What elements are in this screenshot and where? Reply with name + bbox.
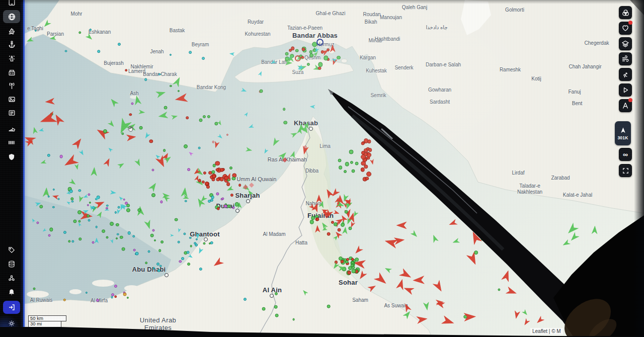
vessel-marker-red-dot[interactable] bbox=[315, 218, 319, 221]
vessel-marker-green-dot[interactable] bbox=[318, 62, 323, 67]
vessel-marker-green-dot[interactable] bbox=[349, 150, 353, 154]
vessel-marker-red-dot[interactable] bbox=[125, 69, 128, 72]
vessel-marker-cyan-dot[interactable] bbox=[63, 231, 66, 234]
vessel-marker-cyan-dot[interactable] bbox=[128, 231, 131, 235]
vessel-marker-magenta-dot[interactable] bbox=[221, 197, 224, 200]
vessel-marker-red-dot[interactable] bbox=[198, 179, 201, 183]
vessel-marker-magenta-dot[interactable] bbox=[114, 285, 117, 288]
vessel-marker-green-dot[interactable] bbox=[350, 161, 353, 164]
vessel-marker-red-dot[interactable] bbox=[186, 116, 189, 119]
vessel-marker-cyan-dot[interactable] bbox=[132, 235, 135, 238]
vessel-marker-magenta-dot[interactable] bbox=[92, 241, 95, 243]
vessel-marker-green-dot[interactable] bbox=[120, 235, 123, 238]
vessel-marker-green-arrow[interactable] bbox=[245, 147, 253, 153]
vessel-marker-red-dot[interactable] bbox=[203, 172, 206, 175]
vessel-marker-magenta-dot[interactable] bbox=[160, 201, 163, 203]
vessel-marker-red-dot[interactable] bbox=[366, 172, 371, 177]
vessel-marker-magenta-dot[interactable] bbox=[96, 299, 99, 302]
vessel-marker-green-arrow[interactable] bbox=[384, 266, 392, 274]
vessel-marker-green-arrow[interactable] bbox=[247, 189, 254, 197]
vessel-marker-red-arrow[interactable] bbox=[403, 302, 412, 312]
vessel-marker-red-dot[interactable] bbox=[302, 47, 305, 51]
vessel-marker-green-dot[interactable] bbox=[481, 237, 485, 240]
vessel-marker-cyan-dot[interactable] bbox=[198, 147, 201, 149]
vessel-marker-green-dot[interactable] bbox=[275, 292, 278, 295]
vessel-marker-red-arrow[interactable] bbox=[448, 219, 458, 228]
vessel-marker-magenta-dot[interactable] bbox=[88, 193, 90, 196]
vessel-marker-green-arrow[interactable] bbox=[423, 302, 431, 311]
vessel-marker-green-dot[interactable] bbox=[310, 220, 314, 224]
vessel-marker-green-dot[interactable] bbox=[163, 149, 166, 152]
vessel-marker-green-arrow[interactable] bbox=[157, 111, 168, 120]
vessel-marker-cyan-dot[interactable] bbox=[194, 242, 197, 245]
vessel-marker-green-dot[interactable] bbox=[139, 126, 143, 130]
vessel-marker-green-arrow[interactable] bbox=[172, 75, 183, 88]
vessel-marker-green-dot[interactable] bbox=[87, 215, 90, 218]
vessel-marker-green-arrow[interactable] bbox=[49, 35, 56, 41]
vessel-marker-red-dot[interactable] bbox=[361, 154, 366, 159]
vessel-marker-green-arrow[interactable] bbox=[318, 200, 326, 208]
vessel-marker-red-dot[interactable] bbox=[215, 161, 220, 166]
vessel-marker-green-dot[interactable] bbox=[175, 218, 178, 221]
vessel-marker-green-dot[interactable] bbox=[355, 162, 358, 165]
vessel-marker-green-arrow[interactable] bbox=[226, 185, 234, 193]
vessel-marker-green-dot[interactable] bbox=[68, 240, 70, 242]
vessel-marker-cyan-dot[interactable] bbox=[156, 263, 159, 266]
vessel-marker-cyan-arrow[interactable] bbox=[309, 105, 315, 109]
vessel-marker-red-dot[interactable] bbox=[219, 177, 224, 182]
vessel-marker-green-arrow[interactable] bbox=[133, 95, 142, 105]
vessel-marker-magenta-dot[interactable] bbox=[59, 155, 63, 158]
vessel-marker-cyan-arrow[interactable] bbox=[263, 148, 269, 154]
vessel-marker-red-arrow[interactable] bbox=[506, 286, 518, 298]
vessel-marker-green-dot[interactable] bbox=[137, 208, 141, 212]
vessel-marker-magenta-dot[interactable] bbox=[188, 168, 191, 171]
vessel-marker-cyan-arrow[interactable] bbox=[107, 146, 113, 152]
vessel-marker-red-arrow[interactable] bbox=[45, 98, 55, 106]
vessel-marker-green-dot[interactable] bbox=[283, 108, 286, 111]
vessel-marker-cyan-arrow[interactable] bbox=[177, 228, 182, 233]
vessel-marker-cyan-dot[interactable] bbox=[189, 51, 192, 54]
vessel-marker-green-dot[interactable] bbox=[178, 90, 180, 92]
vessel-marker-cyan-dot[interactable] bbox=[189, 236, 191, 238]
vessel-marker-cyan-dot[interactable] bbox=[52, 189, 54, 191]
vessel-marker-red-arrow[interactable] bbox=[192, 167, 201, 176]
vessel-marker-green-arrow[interactable] bbox=[561, 239, 571, 248]
vessel-marker-green-dot[interactable] bbox=[207, 115, 210, 118]
vessel-marker-green-dot[interactable] bbox=[78, 31, 82, 34]
vessel-marker-magenta-dot[interactable] bbox=[224, 204, 227, 208]
vessel-marker-green-arrow[interactable] bbox=[40, 159, 47, 165]
vessel-marker-cyan-dot[interactable] bbox=[88, 219, 91, 221]
vessel-marker-red-arrow[interactable] bbox=[174, 93, 188, 105]
vessel-marker-cyan-dot[interactable] bbox=[186, 250, 190, 254]
vessel-marker-cyan-dot[interactable] bbox=[183, 232, 186, 235]
vessel-marker-green-dot[interactable] bbox=[295, 49, 299, 52]
vessel-marker-green-dot[interactable] bbox=[513, 265, 517, 269]
vessel-marker-cyan-arrow[interactable] bbox=[77, 222, 82, 227]
vessel-marker-pink-dot[interactable] bbox=[304, 146, 306, 148]
vessel-marker-green-dot[interactable] bbox=[212, 164, 216, 167]
vessel-marker-red-arrow[interactable] bbox=[38, 110, 57, 128]
vessel-marker-green-arrow[interactable] bbox=[143, 220, 153, 230]
vessel-marker-red-dot[interactable] bbox=[338, 228, 341, 232]
vessel-marker-red-arrow[interactable] bbox=[126, 133, 136, 142]
vessel-marker-green-dot[interactable] bbox=[187, 263, 190, 266]
vessel-marker-green-arrow[interactable] bbox=[521, 309, 529, 316]
vessel-marker-green-dot[interactable] bbox=[285, 52, 289, 56]
layers-button[interactable] bbox=[619, 37, 632, 50]
vessel-marker-green-dot[interactable] bbox=[121, 132, 124, 135]
vessel-marker-cyan-dot[interactable] bbox=[97, 50, 100, 53]
vessel-marker-cyan-dot[interactable] bbox=[106, 205, 108, 207]
routes-button[interactable] bbox=[619, 68, 632, 81]
vessel-marker-green-dot[interactable] bbox=[106, 236, 108, 238]
vessel-marker-red-arrow[interactable] bbox=[413, 275, 425, 285]
vessel-marker-cyan-dot[interactable] bbox=[181, 257, 184, 260]
vessel-marker-green-dot[interactable] bbox=[158, 249, 162, 252]
vessel-marker-red-arrow[interactable] bbox=[373, 272, 389, 287]
vessel-marker-red-dot[interactable] bbox=[206, 185, 209, 188]
vessel-marker-green-arrow[interactable] bbox=[271, 137, 281, 147]
fullscreen-button[interactable] bbox=[619, 164, 632, 177]
vessel-marker-red-dot[interactable] bbox=[368, 148, 372, 152]
vessel-marker-cyan-dot[interactable] bbox=[208, 200, 211, 203]
vessel-marker-green-dot[interactable] bbox=[33, 288, 35, 290]
vessel-marker-green-dot[interactable] bbox=[341, 223, 345, 227]
